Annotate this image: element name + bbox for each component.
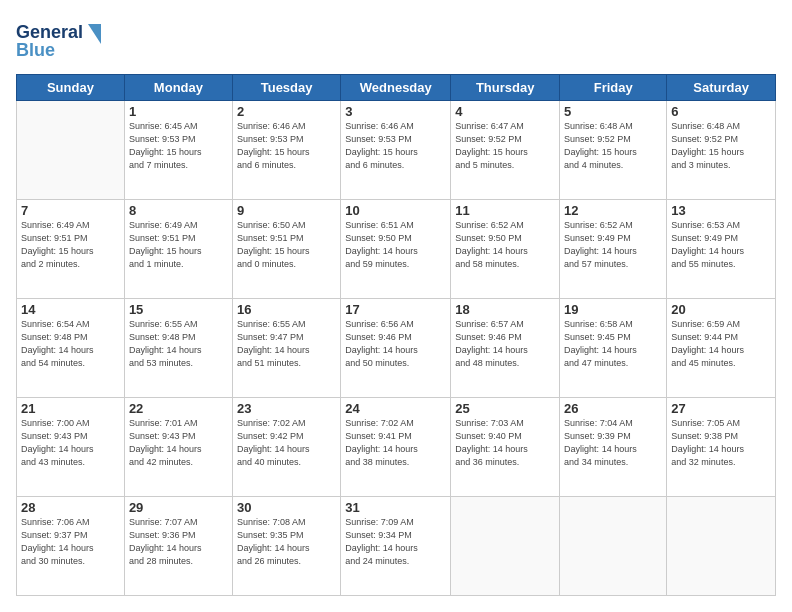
day-number: 11: [455, 203, 555, 218]
day-number: 18: [455, 302, 555, 317]
cell-info: Sunrise: 7:01 AM Sunset: 9:43 PM Dayligh…: [129, 417, 228, 469]
cal-cell: [560, 497, 667, 596]
day-number: 10: [345, 203, 446, 218]
week-row-3: 14Sunrise: 6:54 AM Sunset: 9:48 PM Dayli…: [17, 299, 776, 398]
day-number: 23: [237, 401, 336, 416]
cal-cell: 16Sunrise: 6:55 AM Sunset: 9:47 PM Dayli…: [232, 299, 340, 398]
cal-cell: 23Sunrise: 7:02 AM Sunset: 9:42 PM Dayli…: [232, 398, 340, 497]
cal-cell: 27Sunrise: 7:05 AM Sunset: 9:38 PM Dayli…: [667, 398, 776, 497]
week-row-5: 28Sunrise: 7:06 AM Sunset: 9:37 PM Dayli…: [17, 497, 776, 596]
day-header-tuesday: Tuesday: [232, 75, 340, 101]
day-number: 28: [21, 500, 120, 515]
cal-cell: 31Sunrise: 7:09 AM Sunset: 9:34 PM Dayli…: [341, 497, 451, 596]
day-number: 22: [129, 401, 228, 416]
cell-info: Sunrise: 6:58 AM Sunset: 9:45 PM Dayligh…: [564, 318, 662, 370]
day-number: 20: [671, 302, 771, 317]
cell-info: Sunrise: 6:52 AM Sunset: 9:50 PM Dayligh…: [455, 219, 555, 271]
cell-info: Sunrise: 7:08 AM Sunset: 9:35 PM Dayligh…: [237, 516, 336, 568]
day-number: 31: [345, 500, 446, 515]
cal-cell: 21Sunrise: 7:00 AM Sunset: 9:43 PM Dayli…: [17, 398, 125, 497]
cell-info: Sunrise: 6:57 AM Sunset: 9:46 PM Dayligh…: [455, 318, 555, 370]
cal-cell: 15Sunrise: 6:55 AM Sunset: 9:48 PM Dayli…: [124, 299, 232, 398]
day-number: 5: [564, 104, 662, 119]
cal-cell: 28Sunrise: 7:06 AM Sunset: 9:37 PM Dayli…: [17, 497, 125, 596]
header-row: SundayMondayTuesdayWednesdayThursdayFrid…: [17, 75, 776, 101]
cal-cell: 20Sunrise: 6:59 AM Sunset: 9:44 PM Dayli…: [667, 299, 776, 398]
cal-cell: 29Sunrise: 7:07 AM Sunset: 9:36 PM Dayli…: [124, 497, 232, 596]
day-number: 19: [564, 302, 662, 317]
cal-cell: 8Sunrise: 6:49 AM Sunset: 9:51 PM Daylig…: [124, 200, 232, 299]
svg-text:General: General: [16, 22, 83, 42]
day-number: 26: [564, 401, 662, 416]
cal-cell: 14Sunrise: 6:54 AM Sunset: 9:48 PM Dayli…: [17, 299, 125, 398]
cal-cell: 11Sunrise: 6:52 AM Sunset: 9:50 PM Dayli…: [451, 200, 560, 299]
week-row-1: 1Sunrise: 6:45 AM Sunset: 9:53 PM Daylig…: [17, 101, 776, 200]
day-number: 2: [237, 104, 336, 119]
cell-info: Sunrise: 7:09 AM Sunset: 9:34 PM Dayligh…: [345, 516, 446, 568]
cell-info: Sunrise: 6:48 AM Sunset: 9:52 PM Dayligh…: [564, 120, 662, 172]
day-number: 1: [129, 104, 228, 119]
cell-info: Sunrise: 6:47 AM Sunset: 9:52 PM Dayligh…: [455, 120, 555, 172]
day-number: 14: [21, 302, 120, 317]
cell-info: Sunrise: 6:48 AM Sunset: 9:52 PM Dayligh…: [671, 120, 771, 172]
cell-info: Sunrise: 7:06 AM Sunset: 9:37 PM Dayligh…: [21, 516, 120, 568]
day-number: 9: [237, 203, 336, 218]
cal-cell: 13Sunrise: 6:53 AM Sunset: 9:49 PM Dayli…: [667, 200, 776, 299]
cell-info: Sunrise: 6:55 AM Sunset: 9:47 PM Dayligh…: [237, 318, 336, 370]
header: General Blue: [16, 16, 776, 66]
day-number: 30: [237, 500, 336, 515]
svg-marker-2: [88, 24, 101, 44]
cell-info: Sunrise: 6:59 AM Sunset: 9:44 PM Dayligh…: [671, 318, 771, 370]
day-number: 16: [237, 302, 336, 317]
logo-svg: General Blue: [16, 16, 106, 66]
cal-cell: 26Sunrise: 7:04 AM Sunset: 9:39 PM Dayli…: [560, 398, 667, 497]
cal-cell: [667, 497, 776, 596]
day-number: 25: [455, 401, 555, 416]
cell-info: Sunrise: 7:05 AM Sunset: 9:38 PM Dayligh…: [671, 417, 771, 469]
cal-cell: 18Sunrise: 6:57 AM Sunset: 9:46 PM Dayli…: [451, 299, 560, 398]
cal-cell: 19Sunrise: 6:58 AM Sunset: 9:45 PM Dayli…: [560, 299, 667, 398]
cal-cell: 30Sunrise: 7:08 AM Sunset: 9:35 PM Dayli…: [232, 497, 340, 596]
day-number: 27: [671, 401, 771, 416]
cell-info: Sunrise: 6:49 AM Sunset: 9:51 PM Dayligh…: [21, 219, 120, 271]
cell-info: Sunrise: 7:03 AM Sunset: 9:40 PM Dayligh…: [455, 417, 555, 469]
day-number: 21: [21, 401, 120, 416]
cal-cell: 3Sunrise: 6:46 AM Sunset: 9:53 PM Daylig…: [341, 101, 451, 200]
day-number: 24: [345, 401, 446, 416]
cell-info: Sunrise: 6:51 AM Sunset: 9:50 PM Dayligh…: [345, 219, 446, 271]
cell-info: Sunrise: 6:53 AM Sunset: 9:49 PM Dayligh…: [671, 219, 771, 271]
calendar: SundayMondayTuesdayWednesdayThursdayFrid…: [16, 74, 776, 596]
cal-cell: 7Sunrise: 6:49 AM Sunset: 9:51 PM Daylig…: [17, 200, 125, 299]
cell-info: Sunrise: 6:46 AM Sunset: 9:53 PM Dayligh…: [237, 120, 336, 172]
cell-info: Sunrise: 7:04 AM Sunset: 9:39 PM Dayligh…: [564, 417, 662, 469]
day-number: 29: [129, 500, 228, 515]
cal-cell: 10Sunrise: 6:51 AM Sunset: 9:50 PM Dayli…: [341, 200, 451, 299]
cell-info: Sunrise: 7:07 AM Sunset: 9:36 PM Dayligh…: [129, 516, 228, 568]
day-header-thursday: Thursday: [451, 75, 560, 101]
day-header-saturday: Saturday: [667, 75, 776, 101]
cal-cell: 17Sunrise: 6:56 AM Sunset: 9:46 PM Dayli…: [341, 299, 451, 398]
cal-cell: 25Sunrise: 7:03 AM Sunset: 9:40 PM Dayli…: [451, 398, 560, 497]
cell-info: Sunrise: 6:49 AM Sunset: 9:51 PM Dayligh…: [129, 219, 228, 271]
cal-cell: 24Sunrise: 7:02 AM Sunset: 9:41 PM Dayli…: [341, 398, 451, 497]
cell-info: Sunrise: 6:45 AM Sunset: 9:53 PM Dayligh…: [129, 120, 228, 172]
cell-info: Sunrise: 6:54 AM Sunset: 9:48 PM Dayligh…: [21, 318, 120, 370]
cal-cell: 4Sunrise: 6:47 AM Sunset: 9:52 PM Daylig…: [451, 101, 560, 200]
day-header-monday: Monday: [124, 75, 232, 101]
cell-info: Sunrise: 6:52 AM Sunset: 9:49 PM Dayligh…: [564, 219, 662, 271]
day-number: 7: [21, 203, 120, 218]
cell-info: Sunrise: 6:56 AM Sunset: 9:46 PM Dayligh…: [345, 318, 446, 370]
day-header-sunday: Sunday: [17, 75, 125, 101]
page: General Blue SundayMondayTuesdayWednesda…: [0, 0, 792, 612]
cell-info: Sunrise: 6:50 AM Sunset: 9:51 PM Dayligh…: [237, 219, 336, 271]
cal-cell: 5Sunrise: 6:48 AM Sunset: 9:52 PM Daylig…: [560, 101, 667, 200]
svg-text:Blue: Blue: [16, 40, 55, 60]
cell-info: Sunrise: 7:02 AM Sunset: 9:41 PM Dayligh…: [345, 417, 446, 469]
cal-cell: [451, 497, 560, 596]
cal-cell: 9Sunrise: 6:50 AM Sunset: 9:51 PM Daylig…: [232, 200, 340, 299]
cell-info: Sunrise: 7:02 AM Sunset: 9:42 PM Dayligh…: [237, 417, 336, 469]
week-row-2: 7Sunrise: 6:49 AM Sunset: 9:51 PM Daylig…: [17, 200, 776, 299]
logo: General Blue: [16, 16, 106, 66]
day-number: 12: [564, 203, 662, 218]
day-header-friday: Friday: [560, 75, 667, 101]
